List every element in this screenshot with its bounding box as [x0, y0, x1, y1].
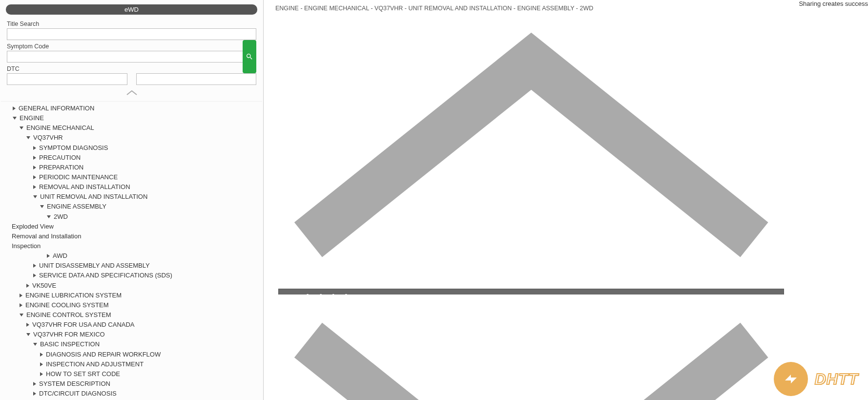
- tree-item-engine[interactable]: ENGINE: [11, 113, 256, 123]
- search-area: Title Search Symptom Code DTC: [0, 19, 263, 89]
- search-icon: [246, 53, 253, 61]
- tree-item-dtc-circuit[interactable]: DTC/CIRCUIT DIAGNOSIS: [31, 389, 256, 399]
- tree-item-removal-and-installation[interactable]: Removal and Installation: [10, 232, 256, 241]
- content-collapse-down[interactable]: [264, 295, 799, 400]
- nav-tree[interactable]: GENERAL INFORMATION ENGINE ENGINE MECHAN…: [1, 101, 262, 400]
- tree-item-engine-cooling[interactable]: ENGINE COOLING SYSTEM: [18, 300, 256, 310]
- left-panel: eWD Title Search Symptom Code DTC: [0, 0, 264, 400]
- symptom-code-select[interactable]: [7, 51, 256, 63]
- right-panel: ENGINE - ENGINE MECHANICAL - VQ37VHR - U…: [264, 0, 799, 400]
- dtc-label: DTC: [7, 65, 256, 72]
- tree-item-awd[interactable]: AWD: [45, 251, 256, 261]
- tree-item-exploded-view[interactable]: Exploded View: [10, 222, 256, 232]
- tree-item-unit-removal-installation[interactable]: UNIT REMOVAL AND INSTALLATION: [31, 192, 256, 202]
- tree-item-periodic-maintenance[interactable]: PERIODIC MAINTENANCE: [31, 172, 256, 182]
- collapse-search-toggle[interactable]: [0, 89, 263, 98]
- tree-item-inspection-adjustment[interactable]: INSPECTION AND ADJUSTMENT: [38, 359, 256, 369]
- tree-item-inspection[interactable]: Inspection: [10, 241, 256, 251]
- tree-item-general-information[interactable]: GENERAL INFORMATION: [11, 104, 256, 113]
- chevron-up-icon: [264, 17, 799, 284]
- tree-item-engine-lubrication[interactable]: ENGINE LUBRICATION SYSTEM: [18, 291, 256, 300]
- search-button[interactable]: [243, 40, 256, 73]
- tree-item-precaution[interactable]: PRECAUTION: [31, 153, 256, 163]
- tree-item-engine-control[interactable]: ENGINE CONTROL SYSTEM: [18, 310, 256, 320]
- content-collapse-up[interactable]: [264, 16, 799, 287]
- tree-item-vq37vhr-usa[interactable]: VQ37VHR FOR USA AND CANADA: [24, 320, 256, 330]
- tree-item-2wd[interactable]: 2WD: [45, 212, 256, 222]
- tree-item-vk50ve[interactable]: VK50VE: [24, 281, 256, 291]
- tree-item-unit-disassembly[interactable]: UNIT DISASSEMBLY AND ASSEMBLY: [31, 261, 256, 271]
- watermark-slogan: Sharing creates success: [799, 0, 868, 400]
- tree-item-engine-assembly[interactable]: ENGINE ASSEMBLY: [38, 202, 256, 211]
- ewd-button[interactable]: eWD: [6, 4, 257, 15]
- tree-item-preparation[interactable]: PREPARATION: [31, 163, 256, 172]
- section-title: Exploded View: [278, 289, 784, 295]
- dtc-input-2[interactable]: [136, 73, 257, 85]
- symptom-code-label: Symptom Code: [7, 43, 256, 50]
- title-search-input[interactable]: [7, 28, 256, 40]
- title-search-label: Title Search: [7, 21, 256, 27]
- content-area[interactable]: Exploded View SEC. 112: [264, 287, 799, 295]
- dtc-input-1[interactable]: [7, 73, 127, 85]
- tree-item-vq37vhr[interactable]: VQ37VHR: [24, 133, 256, 143]
- chevron-up-icon: [126, 90, 138, 96]
- tree-item-srt-code[interactable]: HOW TO SET SRT CODE: [38, 369, 256, 379]
- tree-item-engine-mechanical[interactable]: ENGINE MECHANICAL: [18, 123, 256, 133]
- breadcrumb: ENGINE - ENGINE MECHANICAL - VQ37VHR - U…: [264, 0, 799, 16]
- tree-item-removal-installation[interactable]: REMOVAL AND INSTALLATION: [31, 182, 256, 192]
- tree-item-sds[interactable]: SERVICE DATA AND SPECIFICATIONS (SDS): [31, 271, 256, 280]
- tree-item-vq37vhr-mexico[interactable]: VQ37VHR FOR MEXICO: [24, 330, 256, 339]
- tree-item-symptom-diagnosis[interactable]: SYMPTOM DIAGNOSIS: [31, 143, 256, 153]
- tree-item-basic-inspection[interactable]: BASIC INSPECTION: [31, 339, 256, 349]
- tree-item-system-description[interactable]: SYSTEM DESCRIPTION: [31, 379, 256, 389]
- chevron-down-icon: [264, 295, 799, 400]
- tree-item-diagnosis-workflow[interactable]: DIAGNOSIS AND REPAIR WORKFLOW: [38, 350, 256, 359]
